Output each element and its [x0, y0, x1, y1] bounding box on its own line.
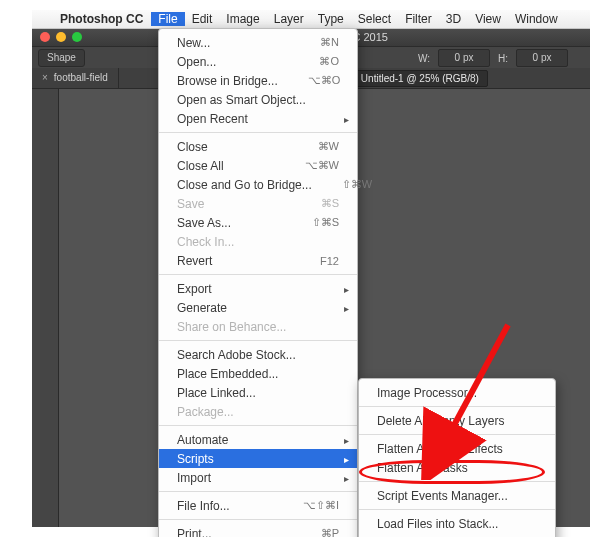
- menu-item-new[interactable]: New...⌘N: [159, 33, 357, 52]
- menu-filter[interactable]: Filter: [398, 12, 439, 26]
- close-icon[interactable]: ×: [42, 68, 48, 88]
- document-tab-right[interactable]: × Untitled-1 @ 25% (RGB/8): [340, 70, 488, 87]
- menu-select[interactable]: Select: [351, 12, 398, 26]
- menu-item-flatten-effects[interactable]: Flatten All Layer Effects: [359, 439, 555, 458]
- menu-item-script-events-manager[interactable]: Script Events Manager...: [359, 486, 555, 505]
- h-field[interactable]: 0 px: [516, 49, 568, 67]
- menu-3d[interactable]: 3D: [439, 12, 468, 26]
- tool-strip[interactable]: [32, 88, 59, 527]
- menu-type[interactable]: Type: [311, 12, 351, 26]
- menu-item-open-recent[interactable]: Open Recent▸: [159, 109, 357, 128]
- menu-item-generate[interactable]: Generate▸: [159, 298, 357, 317]
- menu-item-close-all[interactable]: Close All⌥⌘W: [159, 156, 357, 175]
- zoom-window-button[interactable]: [72, 32, 82, 42]
- menu-item-save-as[interactable]: Save As...⇧⌘S: [159, 213, 357, 232]
- menu-item-place-linked[interactable]: Place Linked...: [159, 383, 357, 402]
- menu-item-search-stock[interactable]: Search Adobe Stock...: [159, 345, 357, 364]
- menu-item-share-behance: Share on Behance...: [159, 317, 357, 336]
- file-menu: New...⌘N Open...⌘O Browse in Bridge...⌥⌘…: [158, 28, 358, 537]
- minimize-window-button[interactable]: [56, 32, 66, 42]
- menu-item-load-files-into-stack[interactable]: Load Files into Stack...: [359, 514, 555, 533]
- h-label: H:: [498, 53, 508, 64]
- close-window-button[interactable]: [40, 32, 50, 42]
- menu-item-close[interactable]: Close⌘W: [159, 137, 357, 156]
- tool-preset[interactable]: Shape: [38, 49, 85, 67]
- menu-item-open[interactable]: Open...⌘O: [159, 52, 357, 71]
- app-name[interactable]: Photoshop CC: [52, 12, 151, 26]
- chevron-right-icon: ▸: [344, 453, 349, 464]
- menu-item-close-bridge[interactable]: Close and Go to Bridge...⇧⌘W: [159, 175, 357, 194]
- menu-item-flatten-masks[interactable]: Flatten All Masks: [359, 458, 555, 477]
- w-field[interactable]: 0 px: [438, 49, 490, 67]
- chevron-right-icon: ▸: [344, 302, 349, 313]
- menu-item-delete-empty-layers[interactable]: Delete All Empty Layers: [359, 411, 555, 430]
- chevron-right-icon: ▸: [344, 434, 349, 445]
- menu-view[interactable]: View: [468, 12, 508, 26]
- menu-item-file-info[interactable]: File Info...⌥⇧⌘I: [159, 496, 357, 515]
- menu-item-open-smart[interactable]: Open as Smart Object...: [159, 90, 357, 109]
- scripts-submenu: Image Processor... Delete All Empty Laye…: [358, 378, 556, 537]
- menu-image[interactable]: Image: [219, 12, 266, 26]
- menu-item-place-embedded[interactable]: Place Embedded...: [159, 364, 357, 383]
- tab-label: football-field: [54, 68, 108, 88]
- document-tab-left[interactable]: × football-field: [32, 68, 119, 88]
- menu-layer[interactable]: Layer: [267, 12, 311, 26]
- menu-item-check-in: Check In...: [159, 232, 357, 251]
- chevron-right-icon: ▸: [344, 472, 349, 483]
- menu-item-print[interactable]: Print...⌘P: [159, 524, 357, 537]
- menu-bar: Photoshop CC File Edit Image Layer Type …: [32, 10, 590, 29]
- menu-item-export[interactable]: Export▸: [159, 279, 357, 298]
- menu-item-browse-bridge[interactable]: Browse in Bridge...⌥⌘O: [159, 71, 357, 90]
- chevron-right-icon: ▸: [344, 113, 349, 124]
- menu-file[interactable]: File: [151, 12, 184, 26]
- menu-item-scripts[interactable]: Scripts▸: [159, 449, 357, 468]
- menu-item-revert[interactable]: RevertF12: [159, 251, 357, 270]
- menu-item-automate[interactable]: Automate▸: [159, 430, 357, 449]
- menu-window[interactable]: Window: [508, 12, 565, 26]
- menu-item-import[interactable]: Import▸: [159, 468, 357, 487]
- menu-item-package: Package...: [159, 402, 357, 421]
- menu-item-save: Save⌘S: [159, 194, 357, 213]
- chevron-right-icon: ▸: [344, 283, 349, 294]
- menu-edit[interactable]: Edit: [185, 12, 220, 26]
- tab-label: Untitled-1 @ 25% (RGB/8): [361, 73, 479, 84]
- menu-item-image-processor[interactable]: Image Processor...: [359, 383, 555, 402]
- menu-item-load-dicom[interactable]: Load Multiple DICOM Files...: [359, 533, 555, 537]
- w-label: W:: [418, 53, 430, 64]
